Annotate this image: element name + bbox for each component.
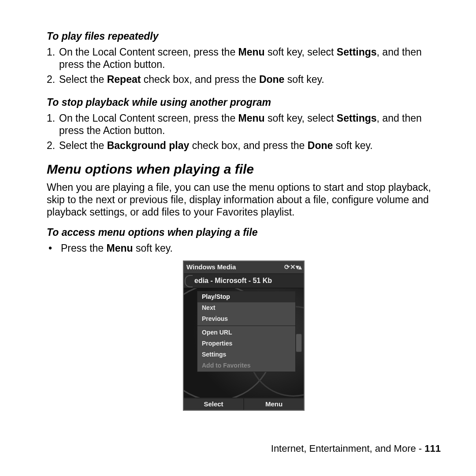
bold-done: Done: [259, 74, 285, 85]
bold-background-play: Background play: [107, 140, 190, 151]
signal-icon: ▾▴: [296, 263, 301, 271]
step-number: 1.: [47, 112, 59, 137]
bold-done: Done: [308, 140, 333, 151]
text-frag: On the Local Content screen, press the: [59, 112, 238, 124]
bullet-row: • Press the Menu soft key.: [47, 242, 441, 254]
menu-item-add-favorites[interactable]: Add to Favorites: [197, 360, 295, 371]
step-number: 2.: [47, 73, 59, 86]
bold-menu: Menu: [238, 112, 265, 124]
paragraph-menu-options: When you are playing a file, you can use…: [47, 181, 441, 218]
text-frag: On the Local Content screen, press the: [59, 46, 238, 58]
softkey-select[interactable]: Select: [184, 398, 244, 410]
phone-softkey-bar: Select Menu: [184, 398, 304, 410]
subheading-stop-playback: To stop playback while using another pro…: [47, 96, 441, 108]
footer-text: Internet, Entertainment, and More -: [271, 443, 425, 454]
step-row: 1. On the Local Content screen, press th…: [47, 46, 441, 71]
subheading-play-repeat: To play files repeatedly: [47, 30, 441, 42]
text-frag: Select the: [59, 74, 107, 85]
text-frag: soft key, select: [265, 46, 337, 58]
menu-item-properties[interactable]: Properties: [197, 338, 295, 349]
phone-screenshot: Windows Media ⟳✕▾▴ edia - Microsoft - 51…: [183, 260, 305, 411]
phone-now-playing-bar: edia - Microsoft - 51 Kb: [184, 274, 304, 289]
phone-title-bar: Windows Media ⟳✕▾▴: [184, 261, 304, 274]
step-number: 1.: [47, 46, 59, 71]
menu-item-settings[interactable]: Settings: [197, 349, 295, 360]
bold-settings: Settings: [337, 112, 377, 124]
sync-icon: ⟳: [284, 263, 289, 271]
step-text: On the Local Content screen, press the M…: [59, 46, 441, 71]
phone-status-icons: ⟳✕▾▴: [284, 263, 301, 271]
page-footer: Internet, Entertainment, and More - 111: [271, 443, 441, 455]
step-row: 1. On the Local Content screen, press th…: [47, 112, 441, 137]
text-frag: Select the: [59, 140, 107, 151]
text-frag: Press the: [61, 242, 107, 254]
menu-item-open-url[interactable]: Open URL: [197, 327, 295, 338]
step-text: Select the Repeat check box, and press t…: [59, 73, 441, 86]
phone-scrollbar[interactable]: [296, 334, 302, 352]
close-icon: ✕: [290, 263, 295, 271]
phone-now-playing-text: edia - Microsoft - 51 Kb: [194, 277, 272, 284]
step-number: 2.: [47, 139, 59, 152]
bullet-text: Press the Menu soft key.: [61, 242, 173, 254]
bold-menu: Menu: [238, 46, 265, 58]
step-text: Select the Background play check box, an…: [59, 139, 441, 152]
menu-divider: [197, 325, 295, 326]
text-frag: soft key, select: [265, 112, 337, 124]
bold-menu: Menu: [107, 242, 133, 254]
menu-item-next[interactable]: Next: [197, 302, 295, 313]
bold-repeat: Repeat: [107, 74, 141, 85]
text-frag: soft key.: [133, 242, 173, 254]
step-row: 2. Select the Repeat check box, and pres…: [47, 73, 441, 86]
text-frag: soft key.: [333, 140, 372, 151]
section-heading-menu-options: Menu options when playing a file: [47, 161, 441, 178]
softkey-menu[interactable]: Menu: [244, 398, 304, 410]
step-row: 2. Select the Background play check box,…: [47, 139, 441, 152]
subheading-access-menu: To access menu options when playing a fi…: [47, 226, 441, 238]
step-text: On the Local Content screen, press the M…: [59, 112, 441, 137]
text-frag: check box, and press the: [189, 140, 308, 151]
phone-body: Play/Stop Next Previous Open URL Propert…: [184, 288, 304, 398]
phone-title-text: Windows Media: [186, 263, 236, 271]
menu-item-previous[interactable]: Previous: [197, 313, 295, 324]
menu-item-play-stop[interactable]: Play/Stop: [197, 291, 295, 302]
bold-settings: Settings: [337, 46, 377, 58]
footer-page-number: 111: [424, 443, 441, 454]
text-frag: soft key.: [284, 74, 324, 85]
phone-popup-menu: Play/Stop Next Previous Open URL Propert…: [197, 291, 296, 372]
bullet-dot: •: [47, 242, 61, 254]
text-frag: check box, and press the: [141, 74, 259, 85]
